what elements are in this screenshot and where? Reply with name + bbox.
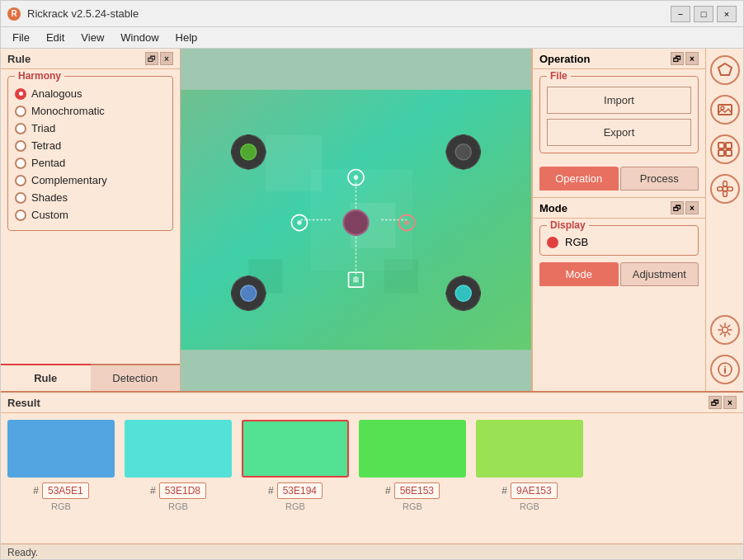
tab-rule[interactable]: Rule: [1, 364, 91, 391]
radio-pentad-circle: [15, 158, 26, 169]
menu-window[interactable]: Window: [112, 30, 167, 45]
swatch-box-3[interactable]: [242, 420, 349, 478]
swatch-value-5[interactable]: 9AE153: [511, 482, 558, 499]
tab-mode[interactable]: Mode: [539, 262, 619, 286]
flower-icon-btn[interactable]: [710, 174, 740, 204]
swatch-value-1[interactable]: 53A5E1: [42, 482, 89, 499]
radio-pentad[interactable]: Pentad: [15, 154, 166, 172]
mode-panel: Mode 🗗 × Display RGB Mode Adjustment: [533, 197, 705, 286]
svg-point-45: [460, 304, 467, 311]
grid-icon-btn[interactable]: [710, 134, 740, 164]
swatch-box-4[interactable]: [359, 420, 466, 478]
swatch-box-2[interactable]: [125, 420, 232, 478]
swatch-box-5[interactable]: [476, 420, 583, 478]
image-icon-btn[interactable]: [710, 95, 740, 125]
export-button[interactable]: Export: [547, 119, 691, 146]
swatch-type-2: RGB: [168, 501, 188, 511]
tab-process[interactable]: Process: [620, 167, 699, 191]
radio-tetrad[interactable]: Tetrad: [15, 137, 166, 154]
rgb-label: RGB: [565, 236, 588, 248]
result-close-btn[interactable]: ×: [723, 396, 737, 409]
operation-restore-btn[interactable]: 🗗: [671, 52, 684, 65]
radio-monochromatic[interactable]: Monochromatic: [15, 102, 166, 120]
operation-tabs: Operation Process: [539, 167, 699, 191]
tab-adjustment[interactable]: Adjustment: [620, 262, 699, 286]
status-bar: Ready.: [1, 544, 743, 560]
info-icon-btn[interactable]: [710, 355, 740, 384]
window-controls: − □ ×: [671, 6, 737, 22]
image-icon: [717, 101, 733, 118]
radio-analogous-label: Analogous: [31, 87, 82, 100]
maximize-button[interactable]: □: [694, 6, 713, 22]
swatch-1: # 53A5E1 RGB: [7, 420, 115, 537]
swatch-hex-2: # 53E1D8: [150, 482, 206, 499]
import-button[interactable]: Import: [547, 87, 691, 114]
radio-complementary-circle: [15, 175, 26, 186]
rule-panel-close[interactable]: ×: [160, 52, 173, 65]
swatch-value-4[interactable]: 56E153: [394, 482, 440, 499]
tab-detection[interactable]: Detection: [91, 365, 181, 391]
mode-panel-header: Mode 🗗 ×: [533, 197, 705, 219]
svg-point-38: [235, 300, 241, 306]
svg-point-22: [445, 148, 452, 155]
swatch-2: # 53E1D8 RGB: [125, 420, 232, 537]
svg-rect-62: [718, 143, 724, 148]
radio-custom[interactable]: Custom: [15, 206, 166, 224]
menu-view[interactable]: View: [73, 30, 112, 45]
radio-complementary[interactable]: Complementary: [15, 172, 166, 189]
gear-icon-btn[interactable]: [710, 315, 740, 345]
title-bar: R Rickrack v2.5.24-stable − □ ×: [1, 1, 743, 27]
mode-close-btn[interactable]: ×: [685, 201, 699, 214]
svg-point-12: [231, 148, 238, 155]
operation-close-btn[interactable]: ×: [685, 52, 699, 65]
svg-point-28: [450, 158, 456, 164]
rule-panel-header: Rule 🗗 ×: [1, 49, 180, 69]
radio-analogous[interactable]: Analogous: [15, 85, 166, 102]
svg-point-27: [471, 139, 477, 145]
svg-point-17: [256, 139, 261, 145]
radio-custom-circle: [15, 209, 26, 221]
svg-point-52: [354, 175, 358, 179]
radio-triad-label: Triad: [31, 122, 55, 134]
radio-monochromatic-label: Monochromatic: [31, 105, 105, 117]
svg-point-19: [256, 158, 261, 164]
display-group: Display RGB: [539, 225, 699, 256]
svg-point-49: [471, 300, 477, 306]
swatch-box-1[interactable]: [7, 420, 115, 478]
radio-analogous-circle: [15, 88, 26, 100]
canvas-area[interactable]: [181, 49, 532, 391]
operation-panel-title: Operation: [539, 53, 669, 65]
main-layout: Rule 🗗 × Harmony Analogous Monochromatic…: [1, 49, 743, 560]
mode-restore-btn[interactable]: 🗗: [671, 201, 684, 214]
swatch-type-5: RGB: [520, 501, 539, 511]
svg-point-23: [474, 148, 481, 155]
radio-shades[interactable]: Shades: [15, 189, 166, 206]
pentagon-icon-btn[interactable]: [710, 55, 740, 85]
result-restore-btn[interactable]: 🗗: [709, 396, 722, 409]
rule-panel: Rule 🗗 × Harmony Analogous Monochromatic…: [1, 49, 181, 391]
close-button[interactable]: ×: [717, 6, 737, 22]
radio-triad[interactable]: Triad: [15, 120, 166, 137]
swatch-hex-5: # 9AE153: [501, 482, 557, 499]
svg-point-36: [235, 281, 241, 287]
swatch-value-3[interactable]: 53E194: [277, 482, 323, 499]
svg-point-48: [450, 300, 456, 306]
rgb-dot: [547, 237, 558, 248]
file-legend: File: [547, 70, 571, 82]
radio-custom-label: Custom: [31, 209, 68, 221]
mode-tabs: Mode Adjustment: [539, 262, 699, 286]
radio-shades-circle: [15, 192, 26, 204]
svg-point-24: [460, 134, 467, 141]
tab-operation[interactable]: Operation: [539, 167, 619, 191]
menu-bar: File Edit View Window Help: [1, 27, 743, 49]
menu-file[interactable]: File: [4, 30, 38, 45]
rule-panel-restore[interactable]: 🗗: [145, 52, 158, 65]
minimize-button[interactable]: −: [671, 6, 690, 22]
menu-help[interactable]: Help: [167, 30, 206, 45]
radio-tetrad-label: Tetrad: [31, 139, 61, 152]
swatch-value-2[interactable]: 53E1D8: [159, 482, 206, 499]
swatch-3: # 53E194 RGB: [242, 420, 349, 537]
svg-rect-58: [353, 277, 359, 283]
svg-point-16: [235, 139, 241, 145]
menu-edit[interactable]: Edit: [38, 30, 73, 45]
